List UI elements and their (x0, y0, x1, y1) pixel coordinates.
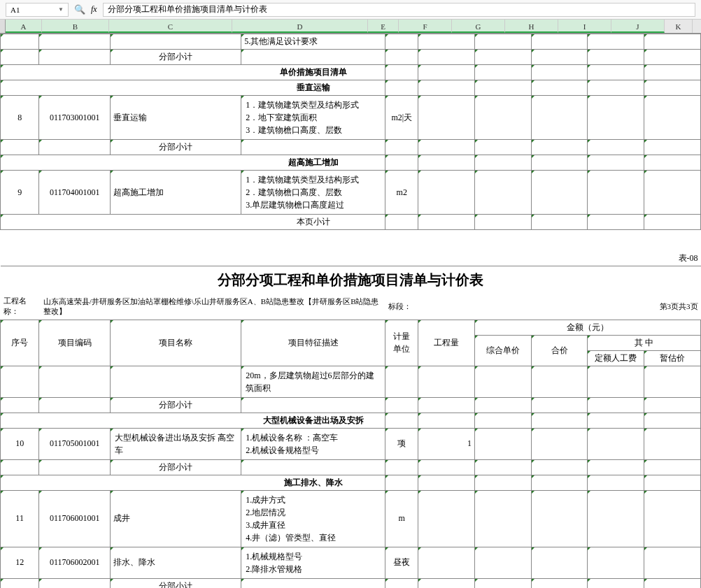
table-row: 20m，多层建筑物超过6层部分的建筑面积 (1, 366, 701, 397)
project-info-row: 工程名称： 山东高速荣县/井研服务区加油站罩棚检维修\乐山井研服务区A、B站隐患… (1, 294, 701, 320)
cell-code[interactable]: 011706001001 (39, 490, 111, 547)
cell-unit[interactable]: 昼夜 (385, 547, 418, 578)
table-row: 施工排水、降水 (1, 475, 701, 490)
cell-subtotal[interactable]: 分部小计 (111, 397, 241, 413)
fx-icon[interactable]: fx (91, 4, 97, 15)
header-row: 序号 项目编码 项目名称 项目特征描述 计量单位 工程量 金额（元） (1, 320, 701, 335)
cell-category[interactable]: 超高施工增加 (241, 155, 385, 171)
hdr-amount: 金额（元） (474, 320, 700, 335)
hdr-labor: 定额人工费 (588, 350, 644, 366)
col-header-j[interactable]: J (611, 20, 665, 33)
hdr-unit: 计量单位 (385, 320, 418, 366)
cell-subtotal[interactable]: 分部小计 (111, 140, 241, 155)
table-row: 分部小计 (1, 459, 701, 475)
cell-name[interactable]: 排水、降水 (111, 547, 241, 578)
data-table: 5.其他满足设计要求 分部小计 单价措施项目清单 垂直运输 8 01170300… (0, 34, 701, 588)
cell-seq[interactable]: 10 (1, 428, 39, 459)
table-row: 本页小计 (1, 215, 701, 230)
table-row: 超高施工增加 (1, 155, 701, 171)
hdr-seq: 序号 (1, 320, 39, 366)
cell-unit[interactable]: m (385, 490, 418, 547)
cell-qty[interactable]: 1 (418, 428, 475, 459)
cell-name[interactable]: 大型机械设备进出场及安拆 高空车 (111, 428, 241, 459)
table-number: 表-08 (1, 251, 701, 266)
cell-subtotal[interactable]: 分部小计 (111, 50, 241, 65)
cell-category[interactable]: 施工排水、降水 (241, 475, 385, 490)
cell-feature[interactable]: 20m，多层建筑物超过6层部分的建筑面积 (241, 366, 385, 397)
cell-name[interactable]: 垂直运输 (111, 96, 241, 140)
col-header-i[interactable]: I (558, 20, 611, 33)
cell-unit[interactable]: m2|天 (385, 96, 418, 140)
cell-seq[interactable]: 12 (1, 547, 39, 578)
cell-reference-box[interactable]: A1 ▼ (6, 3, 69, 17)
col-header-b[interactable]: B (42, 20, 109, 33)
table-row: 9 011704001001 超高施工增加 1．建筑物建筑类型及结构形式 2．建… (1, 171, 701, 215)
hdr-qty: 工程量 (418, 320, 475, 366)
hdr-name: 项目名称 (111, 320, 241, 366)
column-headers: A B C D E F G H I J K (0, 20, 701, 34)
formula-bar[interactable]: 分部分项工程和单价措施项目清单与计价表 (103, 3, 695, 17)
cell-feature[interactable]: 1．建筑物建筑类型及结构形式 2．建筑物檐口高度、层数 3.单层建筑物檐口高度超… (241, 171, 385, 215)
cell-code[interactable]: 011703001001 (39, 96, 111, 140)
cell-code[interactable]: 011705001001 (39, 428, 111, 459)
col-header-k[interactable]: K (665, 20, 693, 33)
search-icon[interactable]: 🔍 (74, 4, 85, 15)
table-row: 12 011706002001 排水、降水 1.机械规格型号 2.降排水管规格 … (1, 547, 701, 578)
col-header-h[interactable]: H (505, 20, 558, 33)
cell-section-header[interactable]: 单价措施项目清单 (241, 65, 385, 80)
cell-seq[interactable]: 11 (1, 490, 39, 547)
cell-unit[interactable]: 项 (385, 428, 418, 459)
table-row: 单价措施项目清单 (1, 65, 701, 80)
table-row: 分部小计 (1, 397, 701, 413)
title-row: 分部分项工程和单价措施项目清单与计价表 (1, 266, 701, 294)
cell-code[interactable]: 011706002001 (39, 547, 111, 578)
hdr-code: 项目编码 (39, 320, 111, 366)
formula-toolbar: A1 ▼ 🔍 fx 分部分项工程和单价措施项目清单与计价表 (0, 0, 701, 20)
col-header-d[interactable]: D (232, 20, 368, 33)
cell-name[interactable]: 成井 (111, 490, 241, 547)
hdr-feature: 项目特征描述 (241, 320, 385, 366)
cell-ref-text: A1 (10, 6, 20, 14)
table-row: 8 011703001001 垂直运输 1．建筑物建筑类型及结构形式 2．地下室… (1, 96, 701, 140)
hdr-unit-price: 综合单价 (474, 335, 531, 366)
cell-feature[interactable]: 5.其他满足设计要求 (241, 34, 385, 50)
col-header-e[interactable]: E (368, 20, 399, 33)
cell-feature[interactable]: 1.机械规格型号 2.降排水管规格 (241, 547, 385, 578)
blank-row (1, 230, 701, 251)
hdr-provisional: 暂估价 (644, 350, 701, 366)
cell-feature[interactable]: 1.成井方式 2.地层情况 3.成井直径 4.井（滤）管类型、直径 (241, 490, 385, 547)
table-row: 分部小计 (1, 50, 701, 65)
spreadsheet-grid[interactable]: 5.其他满足设计要求 分部小计 单价措施项目清单 垂直运输 8 01170300… (0, 34, 701, 588)
chevron-down-icon[interactable]: ▼ (58, 6, 64, 13)
cell-seq[interactable]: 8 (1, 96, 39, 140)
col-header-f[interactable]: F (399, 20, 452, 33)
col-header-a[interactable]: A (6, 20, 42, 33)
table-row: 11 011706001001 成井 1.成井方式 2.地层情况 3.成井直径 … (1, 490, 701, 547)
cell-feature[interactable]: 1．建筑物建筑类型及结构形式 2．地下室建筑面积 3．建筑物檐口高度、层数 (241, 96, 385, 140)
cell-name[interactable]: 超高施工增加 (111, 171, 241, 215)
cell-category[interactable]: 垂直运输 (241, 80, 385, 96)
hdr-total: 合价 (531, 335, 588, 366)
select-all-corner[interactable] (0, 20, 6, 33)
cell-subtotal[interactable]: 分部小计 (111, 459, 241, 475)
table-row: 大型机械设备进出场及安拆 (1, 413, 701, 428)
table-number-row: 表-08 (1, 251, 701, 266)
project-name: 山东高速荣县/井研服务区加油站罩棚检维修\乐山井研服务区A、B站隐患整改【井研服… (39, 294, 385, 320)
cell-feature[interactable]: 1.机械设备名称 ：高空车 2.机械设备规格型号 (241, 428, 385, 459)
col-header-c[interactable]: C (109, 20, 232, 33)
page-label: 第3页共3页 (588, 294, 701, 320)
document-title: 分部分项工程和单价措施项目清单与计价表 (1, 266, 701, 294)
hdr-of-which: 其 中 (588, 335, 701, 350)
cell-category[interactable]: 大型机械设备进出场及安拆 (241, 413, 385, 428)
table-row: 10 011705001001 大型机械设备进出场及安拆 高空车 1.机械设备名… (1, 428, 701, 459)
cell-page-subtotal[interactable]: 本页小计 (241, 215, 385, 230)
cell-subtotal[interactable]: 分部小计 (111, 578, 241, 588)
cell-code[interactable]: 011704001001 (39, 171, 111, 215)
project-label: 工程名称： (1, 294, 39, 320)
formula-text: 分部分项工程和单价措施项目清单与计价表 (108, 3, 267, 15)
cell-unit[interactable]: m2 (385, 171, 418, 215)
cell-seq[interactable]: 9 (1, 171, 39, 215)
section-label: 标段： (385, 294, 475, 320)
col-header-g[interactable]: G (452, 20, 505, 33)
table-row: 分部小计 (1, 140, 701, 155)
